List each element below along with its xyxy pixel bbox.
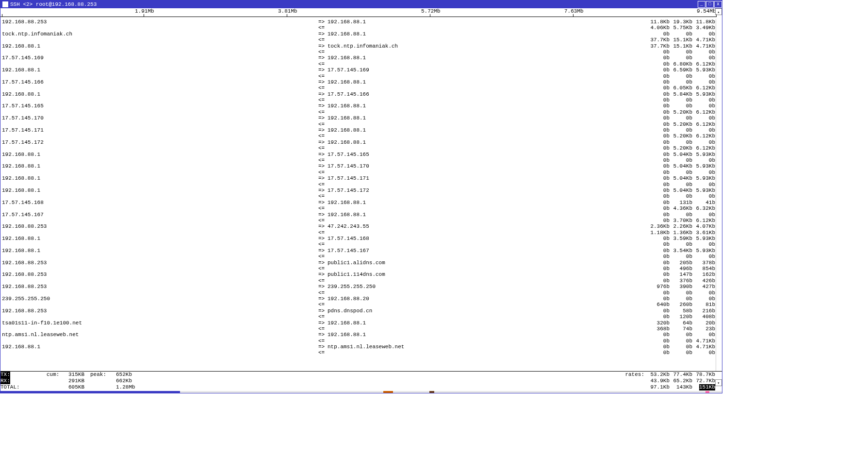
rate-40s: 5.93Kb — [696, 187, 715, 193]
traffic-row[interactable]: ntp.ams1.nl.leaseweb.net=>192.168.88.10b… — [0, 332, 716, 338]
traffic-row[interactable]: 192.168.88.1=>17.57.145.1670b3.54Kb5.93K… — [0, 248, 716, 254]
rate-2s: 0b — [663, 212, 670, 218]
traffic-row[interactable]: <=0b376b426b — [0, 278, 716, 284]
close-button[interactable]: X — [714, 1, 722, 8]
scale-tick — [430, 14, 430, 17]
scale-label: 5.72Mb — [421, 8, 441, 14]
traffic-row[interactable]: 17.57.145.169=>192.168.88.10b0b0b — [0, 55, 716, 61]
traffic-row[interactable]: <=4.06Kb5.75Kb3.49Kb — [0, 25, 716, 31]
title-bar[interactable]: SSH <2> root@192.168.88.253 _ □ X — [0, 0, 722, 8]
direction-arrow: => — [318, 248, 325, 254]
traffic-row[interactable]: <=0b496b854b — [0, 266, 716, 271]
total-peak: 1.28Mb — [116, 384, 135, 390]
traffic-row[interactable]: <=0b0b0b — [0, 254, 716, 259]
traffic-row[interactable]: <=0b0b0b — [0, 170, 716, 175]
traffic-row[interactable]: 192.168.88.253=>239.255.255.250976b390b4… — [0, 284, 716, 289]
traffic-row[interactable]: <=0b120b408b — [0, 314, 716, 320]
traffic-row[interactable]: <=0b6.80Kb6.12Kb — [0, 61, 716, 67]
rate-2s: 0b — [663, 266, 670, 271]
traffic-row[interactable]: 17.57.145.168=>192.168.88.10b131b41b — [0, 200, 716, 205]
rate-40s: 4.71Kb — [696, 338, 715, 344]
direction-arrow: => — [318, 212, 325, 218]
traffic-row[interactable]: 192.168.88.253=>47.242.243.552.36Kb2.26K… — [0, 223, 716, 229]
dest-host: 47.242.243.55 — [328, 223, 369, 229]
rate-10s: 0b — [686, 212, 692, 218]
traffic-list[interactable]: 192.168.88.253=>192.168.88.111.8Kb19.3Kb… — [0, 19, 716, 371]
traffic-row[interactable]: <=0b5.20Kb6.12Kb — [0, 109, 716, 115]
traffic-row[interactable]: <=0b5.20Kb6.12Kb — [0, 145, 716, 151]
direction-arrow: => — [318, 284, 325, 289]
rate-10s: 0b — [686, 139, 692, 145]
tmux-status-bar[interactable] — [0, 391, 722, 393]
rate-2s: 976b — [657, 284, 670, 289]
traffic-row[interactable]: 192.168.88.1=>17.57.145.1700b5.04Kb5.93K… — [0, 163, 716, 169]
traffic-row[interactable]: 192.168.88.1=>17.57.145.1660b5.84Kb5.93K… — [0, 91, 716, 97]
direction-arrow: <= — [318, 314, 325, 320]
traffic-row[interactable]: <=0b0b0b — [0, 290, 716, 296]
rate-10s: 0b — [686, 193, 692, 199]
rate-10s: 0b — [686, 103, 692, 109]
traffic-row[interactable]: 192.168.88.253=>pdns.dnspod.cn0b58b216b — [0, 308, 716, 314]
traffic-row[interactable]: 192.168.88.1=>17.57.145.1650b5.04Kb5.93K… — [0, 152, 716, 157]
scale-tick — [144, 14, 144, 17]
scroll-up-button[interactable]: ▴ — [715, 8, 722, 15]
rate-40s: 6.12Kb — [696, 109, 715, 115]
rate-10s: 0b — [686, 296, 692, 302]
source-host: 17.57.145.170 — [2, 115, 44, 121]
traffic-row[interactable]: <=0b3.70Kb6.12Kb — [0, 218, 716, 223]
traffic-row[interactable]: <=368b74b23b — [0, 326, 716, 332]
scale-label: 7.63Mb — [564, 8, 584, 14]
traffic-row[interactable]: <=0b0b0b — [0, 97, 716, 103]
traffic-row[interactable]: tsa01s11-in-f10.1e100.net=>192.168.88.13… — [0, 320, 716, 326]
traffic-row[interactable]: 17.57.145.171=>192.168.88.10b0b0b — [0, 127, 716, 133]
direction-arrow: => — [318, 103, 325, 109]
traffic-row[interactable]: 192.168.88.1=>tock.ntp.infomaniak.ch37.7… — [0, 43, 716, 49]
traffic-row[interactable]: <=640b260b81b — [0, 302, 716, 307]
traffic-row[interactable]: <=0b6.05Kb6.12Kb — [0, 85, 716, 91]
traffic-row[interactable]: <=0b0b0b — [0, 73, 716, 79]
scrollbar[interactable] — [716, 19, 722, 371]
rate-10s: 0b — [686, 344, 692, 350]
traffic-row[interactable]: 17.57.145.167=>192.168.88.10b0b0b — [0, 212, 716, 218]
traffic-row[interactable]: <=0b0b0b — [0, 182, 716, 187]
tx-label: TX: — [0, 372, 10, 378]
traffic-row[interactable]: 192.168.88.1=>17.57.145.1680b3.59Kb5.93K… — [0, 236, 716, 241]
dest-host: 17.57.145.171 — [328, 175, 369, 181]
total-cum: 605KB — [68, 384, 84, 390]
rate-10s: 5.84Kb — [673, 91, 692, 97]
traffic-row[interactable]: <=0b0b4.71Kb — [0, 338, 716, 344]
rate-40s: 3.61Kb — [696, 230, 715, 236]
traffic-row[interactable]: <=0b4.36Kb6.32Kb — [0, 205, 716, 211]
traffic-row[interactable]: 192.168.88.253=>public1.alidns.com0b205b… — [0, 260, 716, 266]
traffic-row[interactable]: <=0b0b0b — [0, 350, 716, 356]
traffic-row[interactable]: tock.ntp.infomaniak.ch=>192.168.88.10b0b… — [0, 31, 716, 37]
traffic-row[interactable]: 192.168.88.253=>192.168.88.111.8Kb19.3Kb… — [0, 19, 716, 25]
rate-10s: 205b — [680, 260, 692, 266]
traffic-row[interactable]: 17.57.145.165=>192.168.88.10b0b0b — [0, 103, 716, 109]
traffic-row[interactable]: <=0b5.20Kb6.12Kb — [0, 121, 716, 127]
traffic-row[interactable]: <=0b0b0b — [0, 157, 716, 163]
traffic-row[interactable]: <=0b0b0b — [0, 49, 716, 55]
traffic-row[interactable]: 192.168.88.1=>17.57.145.1710b5.04Kb5.93K… — [0, 175, 716, 181]
status-segment — [393, 391, 429, 393]
traffic-row[interactable]: <=0b0b0b — [0, 193, 716, 199]
maximize-button[interactable]: □ — [706, 1, 714, 8]
traffic-row[interactable]: <=0b0b0b — [0, 241, 716, 247]
traffic-row[interactable]: 17.57.145.172=>192.168.88.10b0b0b — [0, 139, 716, 145]
traffic-row[interactable]: 192.168.88.253=>public1.114dns.com0b147b… — [0, 271, 716, 277]
rate-10s: 6.80Kb — [673, 61, 692, 67]
direction-arrow: <= — [318, 193, 325, 199]
traffic-row[interactable]: 239.255.255.250=>192.168.88.200b0b0b — [0, 296, 716, 302]
tx-r2: 77.4Kb — [673, 372, 692, 378]
traffic-row[interactable]: 192.168.88.1=>17.57.145.1690b6.59Kb5.93K… — [0, 67, 716, 73]
traffic-row[interactable]: 17.57.145.166=>192.168.88.10b0b0b — [0, 79, 716, 85]
traffic-row[interactable]: <=1.18Kb1.36Kb3.61Kb — [0, 230, 716, 236]
source-host: 17.57.145.168 — [2, 200, 44, 205]
traffic-row[interactable]: 192.168.88.1=>ntp.ams1.nl.leaseweb.net0b… — [0, 344, 716, 350]
scroll-down-button[interactable]: ▾ — [715, 379, 722, 386]
traffic-row[interactable]: 17.57.145.170=>192.168.88.10b0b0b — [0, 115, 716, 121]
traffic-row[interactable]: <=37.7Kb15.1Kb4.71Kb — [0, 37, 716, 43]
traffic-row[interactable]: 192.168.88.1=>17.57.145.1720b5.04Kb5.93K… — [0, 187, 716, 193]
minimize-button[interactable]: _ — [698, 1, 705, 8]
traffic-row[interactable]: <=0b5.20Kb6.12Kb — [0, 133, 716, 139]
